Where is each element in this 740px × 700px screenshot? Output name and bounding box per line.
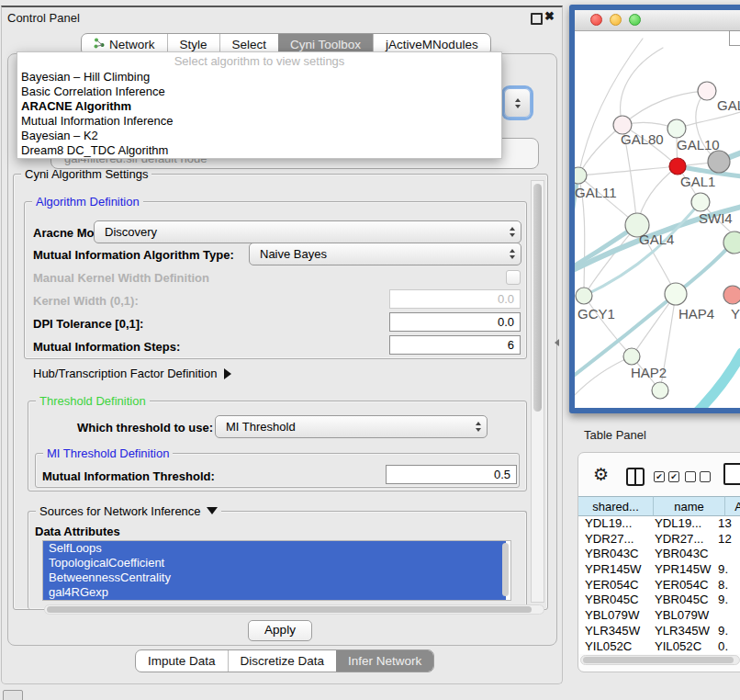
hub-definition-expander[interactable]: Hub/Transcription Factor Definition: [33, 367, 231, 380]
which-threshold-combo[interactable]: MI Threshold: [215, 415, 488, 438]
table-cell: YER054C: [648, 578, 714, 593]
network-edge[interactable]: [621, 48, 663, 125]
table-column-header[interactable]: A: [725, 496, 740, 516]
attribute-list-item[interactable]: BetweennessCentrality: [43, 570, 506, 585]
dropdown-item[interactable]: Bayesian – K2: [17, 129, 501, 143]
minimize-traffic-light[interactable]: [610, 14, 622, 26]
table-row[interactable]: YIL052CYIL052C0.: [578, 639, 740, 655]
float-window-icon[interactable]: [531, 13, 543, 25]
network-node-gal11[interactable]: [575, 167, 587, 184]
network-node-label: HAP2: [631, 365, 667, 380]
table-row[interactable]: YPR145WYPR145W9.: [578, 562, 740, 578]
tab-discretize-data[interactable]: Discretize Data: [228, 650, 337, 672]
scrollbar-thumb[interactable]: [47, 606, 532, 613]
network-node-hap4[interactable]: [665, 283, 687, 305]
network-node[interactable]: [652, 382, 668, 399]
mi-threshold-definition-title: MI Threshold Definition: [43, 446, 173, 460]
table-row[interactable]: YBL079WYBL079W: [578, 608, 740, 624]
mi-steps-field[interactable]: 6: [389, 335, 521, 355]
network-node[interactable]: [723, 231, 740, 254]
kernel-width-label: Kernel Width (0,1):: [33, 294, 139, 308]
table-row[interactable]: YBR045CYBR045C9.: [578, 593, 740, 608]
deselect-all-icon[interactable]: [685, 471, 711, 482]
table-row[interactable]: YLR345WYLR345W9.: [578, 624, 740, 639]
network-node-gcy1[interactable]: [576, 288, 592, 304]
network-node-label: GAL80: [621, 131, 664, 147]
dpi-tolerance-field[interactable]: 0.0: [389, 312, 521, 332]
document-icon[interactable]: [723, 463, 740, 485]
kernel-width-field[interactable]: 0.0: [389, 289, 521, 309]
network-node-y[interactable]: [723, 286, 740, 304]
close-icon[interactable]: ✖: [544, 9, 555, 23]
settings-horizontal-scrollbar[interactable]: [44, 604, 544, 615]
close-traffic-light[interactable]: [590, 14, 602, 26]
manual-kernel-checkbox[interactable]: [506, 270, 521, 285]
network-scroll-button[interactable]: [729, 30, 740, 46]
network-edge[interactable]: [694, 353, 740, 408]
aracne-mode-combo[interactable]: Discovery: [94, 220, 521, 243]
tab-impute-data[interactable]: Impute Data: [136, 650, 228, 672]
network-node-gal1[interactable]: [669, 158, 686, 175]
dropdown-item[interactable]: Mutual Information Inference: [17, 114, 501, 129]
network-canvas[interactable]: GALGAL80GAL10GAL1GAL11SWI4GAL4GCY1HAP4YH…: [575, 30, 740, 408]
table-cell: YBR045C: [648, 593, 714, 608]
mi-threshold-field[interactable]: 0.5: [386, 465, 517, 484]
tab-infer-network[interactable]: Infer Network: [336, 650, 433, 672]
network-edge[interactable]: [578, 166, 678, 175]
zoom-traffic-light[interactable]: [629, 14, 641, 26]
network-node-hap2[interactable]: [623, 348, 640, 365]
network-node-label: GAL10: [677, 137, 720, 152]
apply-button[interactable]: Apply: [248, 620, 312, 641]
dropdown-item[interactable]: ARACNE Algorithm: [17, 99, 501, 114]
threshold-definition-title: Threshold Definition: [36, 394, 150, 408]
network-edge[interactable]: [578, 39, 643, 175]
mi-steps-label: Mutual Information Steps:: [33, 340, 180, 354]
attribute-list-item[interactable]: TopologicalCoefficient: [43, 556, 506, 570]
table-row[interactable]: YDR27...YDR27...12: [578, 532, 740, 548]
settings-vertical-scrollbar[interactable]: [531, 180, 544, 603]
network-edge[interactable]: [677, 112, 740, 129]
network-node-gal10[interactable]: [667, 119, 686, 138]
scrollbar-thumb[interactable]: [533, 184, 542, 412]
dropdown-item[interactable]: Basic Correlation Inference: [17, 85, 501, 99]
network-node-swi4[interactable]: [691, 193, 710, 211]
table-cell: YLR345W: [648, 624, 714, 639]
splitter-collapse-icon[interactable]: [555, 339, 559, 346]
bottom-corner-button[interactable]: [3, 690, 23, 700]
network-node-gal[interactable]: [698, 82, 716, 100]
dropdown-item[interactable]: Dream8 DC_TDC Algorithm: [17, 143, 501, 158]
application-window: Control Panel ✖ NetworkStyleSelectCyni T…: [0, 0, 740, 700]
table-cell: YBL079W: [648, 608, 714, 624]
list-scrollbar-thumb[interactable]: [502, 543, 509, 596]
table-column-header[interactable]: name: [654, 496, 725, 516]
table-cell: YBR043C: [648, 547, 714, 562]
table-horizontal-scrollbar[interactable]: [580, 655, 740, 665]
combo-stepper-icon: [510, 221, 515, 243]
network-node-label: GAL1: [680, 174, 715, 189]
manual-kernel-label: Manual Kernel Width Definition: [33, 271, 209, 285]
table-row[interactable]: YER054CYER054C8.: [578, 578, 740, 593]
table-cell: YPR145W: [648, 562, 714, 578]
sources-group-title[interactable]: Sources for Network Inference: [36, 504, 221, 518]
network-edge[interactable]: [622, 91, 707, 125]
table-cell: 12: [714, 532, 740, 548]
select-all-icon[interactable]: ✔✔: [654, 471, 679, 482]
table-row[interactable]: YBR043CYBR043C: [578, 547, 740, 562]
mi-type-combo[interactable]: Naive Bayes: [249, 243, 521, 265]
aracne-mode-value: Discovery: [105, 225, 157, 239]
split-column-icon[interactable]: [626, 468, 645, 486]
inference-algorithm-combo-stepper[interactable]: [504, 88, 531, 118]
table-cell: YLR345W: [578, 624, 648, 639]
settings-gear-icon[interactable]: ⚙: [593, 464, 609, 485]
network-edge[interactable]: [575, 356, 632, 397]
scrollbar-thumb[interactable]: [583, 657, 734, 663]
dropdown-item[interactable]: Bayesian – Hill Climbing: [17, 70, 501, 85]
mi-type-label: Mutual Information Algorithm Type:: [33, 248, 234, 262]
table-column-header[interactable]: shared...: [578, 496, 654, 516]
network-node[interactable]: [708, 151, 730, 173]
table-cell: 9.: [714, 624, 740, 639]
table-row[interactable]: YDL19...YDL19...13: [578, 516, 740, 532]
hub-definition-label: Hub/Transcription Factor Definition: [33, 367, 217, 380]
attribute-list-item[interactable]: SelfLoops: [43, 541, 506, 556]
attribute-list-item[interactable]: gal4RGexp: [43, 585, 506, 600]
